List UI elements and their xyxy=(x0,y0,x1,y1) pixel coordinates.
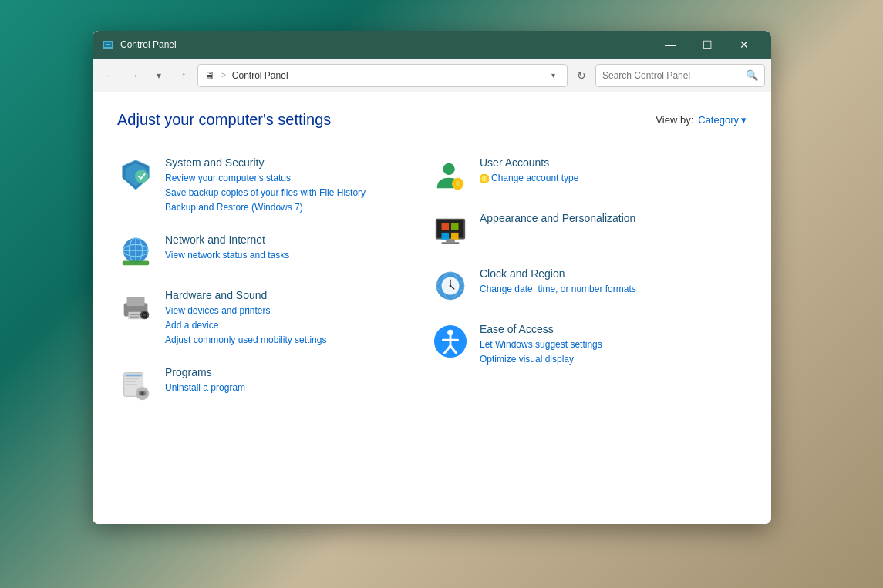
ease-access-name[interactable]: Ease of Access xyxy=(480,323,747,335)
dropdown-button[interactable]: ▾ xyxy=(148,65,170,86)
left-column: System and Security Review your computer… xyxy=(117,150,432,415)
path-separator: > xyxy=(221,71,226,79)
category-programs: Programs Uninstall a program xyxy=(117,360,432,415)
address-path[interactable]: 🖥 > Control Panel ▾ xyxy=(197,64,568,87)
programs-icon xyxy=(117,366,154,403)
category-network-internet: Network and Internet View network status… xyxy=(117,227,432,283)
search-box[interactable]: 🔍 xyxy=(595,64,765,87)
category-clock-region: Clock and Region Change date, time, or n… xyxy=(432,261,747,317)
path-text: Control Panel xyxy=(232,70,288,81)
clock-region-link-1[interactable]: Change date, time, or number formats xyxy=(480,282,747,296)
user-accounts-link-1[interactable]: Change account type xyxy=(480,171,747,185)
svg-rect-42 xyxy=(451,223,459,230)
svg-rect-24 xyxy=(126,378,139,379)
category-ease-access: Ease of Access Let Windows suggest setti… xyxy=(432,317,747,379)
svg-rect-41 xyxy=(442,223,450,230)
address-dropdown-button[interactable]: ▾ xyxy=(545,65,561,86)
svg-rect-45 xyxy=(446,240,455,243)
svg-rect-43 xyxy=(442,233,450,240)
svg-rect-40 xyxy=(437,220,464,238)
svg-rect-26 xyxy=(126,384,137,385)
close-button[interactable]: ✕ xyxy=(726,31,762,59)
hardware-sound-name[interactable]: Hardware and Sound xyxy=(165,289,432,301)
network-internet-link-1[interactable]: View network status and tasks xyxy=(165,248,432,262)
control-panel-window: Control Panel — ☐ ✕ ← → ▾ ↑ 🖥 > Control … xyxy=(93,31,771,524)
svg-rect-17 xyxy=(130,317,139,318)
svg-point-54 xyxy=(450,285,452,287)
system-security-name[interactable]: System and Security xyxy=(165,156,432,169)
system-security-icon xyxy=(117,156,154,193)
clock-region-name[interactable]: Clock and Region xyxy=(480,267,747,280)
hardware-sound-link-3[interactable]: Adjust commonly used mobility settings xyxy=(165,333,432,347)
hardware-sound-link-1[interactable]: View devices and printers xyxy=(165,304,432,318)
ease-access-icon xyxy=(432,323,469,360)
svg-point-31 xyxy=(443,163,454,175)
category-system-security: System and Security Review your computer… xyxy=(117,150,432,227)
window-icon xyxy=(102,39,114,51)
view-by-dropdown[interactable]: Category ▾ xyxy=(698,114,747,126)
user-accounts-name[interactable]: User Accounts xyxy=(480,156,747,169)
programs-link-1[interactable]: Uninstall a program xyxy=(165,381,432,395)
user-accounts-icon xyxy=(432,156,469,193)
svg-point-21 xyxy=(143,314,145,315)
back-button[interactable]: ← xyxy=(99,65,120,86)
svg-rect-44 xyxy=(451,233,459,240)
svg-rect-38 xyxy=(484,180,485,181)
hardware-sound-text: Hardware and Sound View devices and prin… xyxy=(165,289,432,348)
page-title: Adjust your computer's settings xyxy=(117,111,331,129)
appearance-name[interactable]: Appearance and Personalization xyxy=(480,212,747,224)
svg-rect-16 xyxy=(130,314,141,315)
svg-point-6 xyxy=(135,170,148,183)
up-button[interactable]: ↑ xyxy=(173,65,194,86)
svg-rect-2 xyxy=(106,44,110,45)
categories-grid: System and Security Review your computer… xyxy=(117,150,747,415)
svg-rect-14 xyxy=(127,297,145,307)
window-title: Control Panel xyxy=(120,39,652,50)
clock-region-icon xyxy=(432,267,469,304)
svg-rect-23 xyxy=(126,375,142,377)
path-icon: 🖥 xyxy=(204,69,215,82)
appearance-icon xyxy=(432,212,469,249)
svg-rect-37 xyxy=(484,176,485,180)
system-security-text: System and Security Review your computer… xyxy=(165,156,432,215)
user-accounts-text: User Accounts Change account type xyxy=(480,156,747,186)
network-internet-name[interactable]: Network and Internet xyxy=(165,234,432,246)
category-hardware-sound: Hardware and Sound View devices and prin… xyxy=(117,283,432,360)
programs-name[interactable]: Programs xyxy=(165,366,432,378)
network-internet-icon xyxy=(117,234,154,270)
main-content: Adjust your computer's settings View by:… xyxy=(93,92,771,524)
category-appearance: Appearance and Personalization xyxy=(432,206,747,261)
maximize-button[interactable]: ☐ xyxy=(689,31,725,59)
system-security-link-2[interactable]: Save backup copies of your files with Fi… xyxy=(165,186,432,200)
system-security-link-1[interactable]: Review your computer's status xyxy=(165,171,432,185)
system-security-link-3[interactable]: Backup and Restore (Windows 7) xyxy=(165,200,432,214)
hardware-sound-link-2[interactable]: Add a device xyxy=(165,318,432,332)
search-icon: 🔍 xyxy=(746,69,758,81)
svg-rect-12 xyxy=(123,261,150,266)
view-by-chevron: ▾ xyxy=(741,114,747,126)
category-user-accounts: User Accounts Change account type xyxy=(432,150,747,206)
address-bar: ← → ▾ ↑ 🖥 > Control Panel ▾ ↻ 🔍 xyxy=(93,59,771,92)
path-right: ▾ xyxy=(545,65,561,86)
ease-access-text: Ease of Access Let Windows suggest setti… xyxy=(480,323,747,367)
svg-point-30 xyxy=(141,392,143,395)
clock-region-text: Clock and Region Change date, time, or n… xyxy=(480,267,747,297)
network-internet-text: Network and Internet View network status… xyxy=(165,234,432,263)
ease-access-link-2[interactable]: Optimize visual display xyxy=(480,352,747,366)
view-by-value: Category xyxy=(698,114,739,126)
view-by-label: View by: xyxy=(656,114,693,126)
window-controls: — ☐ ✕ xyxy=(652,31,762,59)
page-header: Adjust your computer's settings View by:… xyxy=(117,111,747,129)
refresh-button[interactable]: ↻ xyxy=(571,65,592,86)
right-column: User Accounts Change account type xyxy=(432,150,747,415)
svg-rect-46 xyxy=(442,242,460,244)
ease-access-link-1[interactable]: Let Windows suggest settings xyxy=(480,338,747,351)
title-bar: Control Panel — ☐ ✕ xyxy=(93,31,771,59)
svg-rect-25 xyxy=(126,381,136,382)
programs-text: Programs Uninstall a program xyxy=(165,366,432,395)
minimize-button[interactable]: — xyxy=(652,31,688,59)
hardware-sound-icon xyxy=(117,289,154,326)
search-input[interactable] xyxy=(602,70,741,81)
appearance-text: Appearance and Personalization xyxy=(480,212,747,227)
forward-button[interactable]: → xyxy=(123,65,145,86)
